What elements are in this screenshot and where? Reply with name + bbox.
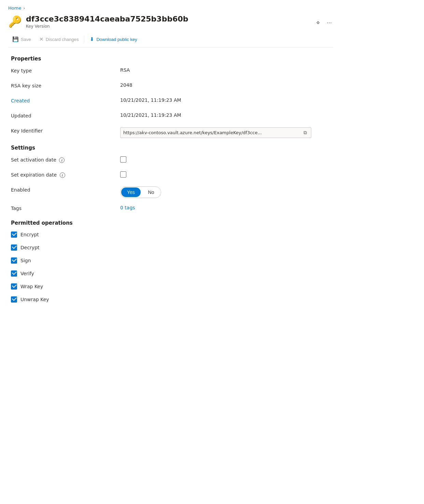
- rsa-key-size-label: RSA key size: [11, 82, 120, 88]
- activation-date-checkbox-container: [120, 156, 330, 163]
- expiration-date-checkbox-wrapper: [120, 171, 330, 178]
- save-icon: 💾: [12, 36, 19, 42]
- download-icon: ⬇: [90, 36, 94, 42]
- key-type-row: Key type RSA: [11, 67, 330, 75]
- operation-unwrap-key-checkbox[interactable]: [11, 296, 17, 303]
- rsa-key-size-row: RSA key size 2048: [11, 82, 330, 90]
- discard-label: Discard changes: [46, 37, 79, 42]
- save-label: Save: [21, 37, 31, 42]
- copy-key-identifier-button[interactable]: ⧉: [302, 129, 308, 136]
- breadcrumb: Home ›: [8, 5, 333, 11]
- ellipsis-icon: ···: [327, 19, 332, 26]
- properties-section-title: Properties: [11, 56, 330, 62]
- discard-icon: ✕: [39, 36, 44, 42]
- tags-row: Tags 0 tags: [11, 205, 330, 213]
- operation-label: Wrap Key: [20, 284, 43, 289]
- updated-row: Updated 10/21/2021, 11:19:23 AM: [11, 112, 330, 121]
- operation-encrypt-checkbox[interactable]: [11, 232, 17, 238]
- key-type-label: Key type: [11, 67, 120, 73]
- toggle-no-button[interactable]: No: [141, 187, 161, 197]
- tags-link[interactable]: 0 tags: [120, 205, 135, 210]
- created-row: Created 10/21/2021, 11:19:23 AM: [11, 97, 330, 106]
- operations-section: Permitted operations EncryptDecryptSignV…: [11, 220, 330, 303]
- download-label: Download public key: [96, 37, 137, 42]
- toggle-yes-button[interactable]: Yes: [121, 187, 141, 197]
- operation-wrap-key-checkbox[interactable]: [11, 283, 17, 290]
- enabled-toggle-group[interactable]: Yes No: [120, 186, 161, 198]
- tags-value: 0 tags: [120, 205, 330, 210]
- expiration-date-info-icon[interactable]: i: [60, 172, 65, 178]
- operations-list: EncryptDecryptSignVerifyWrap KeyUnwrap K…: [11, 232, 330, 303]
- operation-item: Verify: [11, 270, 330, 277]
- expiration-date-checkbox-container: [120, 171, 330, 178]
- pin-icon: ⋄: [316, 19, 320, 26]
- operation-label: Unwrap Key: [20, 297, 49, 302]
- save-button[interactable]: 💾 Save: [8, 34, 35, 44]
- operation-verify-checkbox[interactable]: [11, 270, 17, 277]
- activation-date-info-icon[interactable]: i: [59, 157, 65, 163]
- operation-item: Unwrap Key: [11, 296, 330, 303]
- operations-section-title: Permitted operations: [11, 220, 330, 226]
- more-options-button[interactable]: ···: [325, 18, 333, 28]
- expiration-date-label: Set expiration date i: [11, 171, 120, 178]
- toolbar: 💾 Save ✕ Discard changes ⬇ Download publ…: [8, 31, 333, 47]
- breadcrumb-separator: ›: [23, 6, 25, 11]
- copy-icon: ⧉: [303, 130, 307, 135]
- settings-section-title: Settings: [11, 145, 330, 151]
- enabled-label: Enabled: [11, 186, 120, 193]
- settings-section: Settings Set activation date i Set expir…: [11, 145, 330, 213]
- pin-button[interactable]: ⋄: [315, 17, 321, 28]
- activation-date-checkbox-wrapper: [120, 156, 330, 163]
- activation-date-checkbox[interactable]: [120, 156, 126, 163]
- download-public-key-button[interactable]: ⬇ Download public key: [86, 34, 141, 44]
- key-identifier-box: https://akv-contoso.vault.azure.net/keys…: [120, 127, 311, 138]
- updated-label: Updated: [11, 112, 120, 118]
- key-identifier-row: Key Identifier https://akv-contoso.vault…: [11, 127, 330, 138]
- page-header: 🔑 df3cce3c8389414caeaba7525b3bb60b Key V…: [8, 15, 333, 29]
- operation-item: Encrypt: [11, 232, 330, 238]
- header-actions: ⋄ ···: [315, 17, 333, 28]
- breadcrumb-home-link[interactable]: Home: [8, 5, 21, 11]
- discard-button[interactable]: ✕ Discard changes: [35, 34, 83, 44]
- expiration-date-checkbox[interactable]: [120, 171, 126, 178]
- key-type-value: RSA: [120, 67, 330, 73]
- operation-item: Wrap Key: [11, 283, 330, 290]
- content: Properties Key type RSA RSA key size 204…: [8, 56, 333, 303]
- operation-item: Sign: [11, 257, 330, 264]
- key-icon: 🔑: [8, 16, 22, 27]
- activation-date-row: Set activation date i: [11, 156, 330, 165]
- activation-date-label: Set activation date i: [11, 156, 120, 163]
- enabled-toggle: Yes No: [120, 186, 330, 198]
- rsa-key-size-value: 2048: [120, 82, 330, 88]
- created-value: 10/21/2021, 11:19:23 AM: [120, 97, 330, 103]
- header-title-block: df3cce3c8389414caeaba7525b3bb60b Key Ver…: [26, 15, 311, 29]
- operation-sign-checkbox[interactable]: [11, 257, 17, 264]
- key-identifier-value: https://akv-contoso.vault.azure.net/keys…: [120, 127, 330, 138]
- tags-label: Tags: [11, 205, 120, 211]
- enabled-row: Enabled Yes No: [11, 186, 330, 198]
- page-subtitle: Key Version: [26, 24, 311, 29]
- expiration-date-row: Set expiration date i: [11, 171, 330, 180]
- page-title: df3cce3c8389414caeaba7525b3bb60b: [26, 15, 311, 23]
- operation-label: Verify: [20, 271, 34, 276]
- operation-item: Decrypt: [11, 244, 330, 251]
- operation-label: Sign: [20, 258, 31, 263]
- created-label: Created: [11, 97, 120, 103]
- operation-label: Encrypt: [20, 232, 39, 237]
- operation-decrypt-checkbox[interactable]: [11, 244, 17, 251]
- key-identifier-label: Key Identifier: [11, 127, 120, 134]
- updated-value: 10/21/2021, 11:19:23 AM: [120, 112, 330, 118]
- key-identifier-text: https://akv-contoso.vault.azure.net/keys…: [123, 130, 301, 135]
- operation-label: Decrypt: [20, 245, 40, 250]
- toolbar-divider: [84, 36, 84, 43]
